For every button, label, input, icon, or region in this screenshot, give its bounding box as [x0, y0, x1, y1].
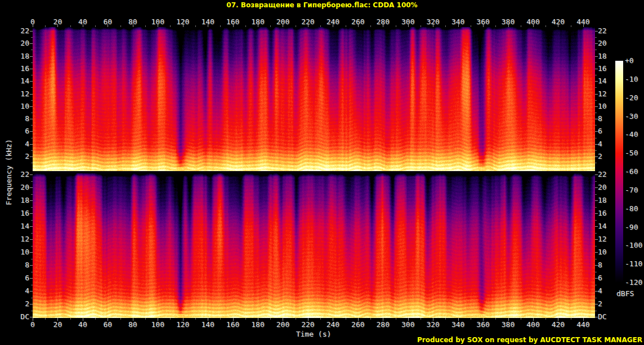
x-tick-top [233, 24, 234, 27]
freq-minortick-right [595, 100, 597, 101]
freq-tick-left [30, 119, 33, 119]
x-minortick-bottom [95, 318, 96, 320]
freq-tick-left [30, 226, 33, 227]
freq-minortick-right [595, 194, 597, 195]
x-minortick-top [445, 25, 446, 27]
freq-tick-label-left: 6 [0, 127, 29, 135]
x-tick-bottom [508, 318, 509, 321]
freq-tick-label-left: 8 [0, 261, 29, 269]
x-minortick-bottom [145, 318, 146, 320]
freq-tick-label-left: 20 [0, 39, 29, 47]
freq-tick-right [595, 106, 598, 107]
x-tick-bottom [458, 318, 459, 321]
freq-tick-label-right: 18 [598, 196, 607, 204]
x-tick-bottom [133, 318, 133, 321]
freq-tick-label-left: 16 [0, 209, 29, 217]
x-tick-label-bottom: 440 [576, 321, 589, 329]
colorbar-tick-label: -20 [625, 94, 638, 102]
freq-minortick-left [31, 298, 33, 298]
freq-tick-label-right: 4 [598, 287, 602, 295]
freq-tick-label-right: 10 [598, 102, 607, 110]
x-tick-top [533, 24, 534, 27]
x-minortick-top [521, 25, 521, 27]
x-minortick-bottom [170, 318, 171, 320]
freq-tick-label-left: 18 [0, 52, 29, 60]
x-tick-label-bottom: 140 [201, 321, 214, 329]
freq-dc-label-left: DC [0, 313, 29, 321]
x-minortick-bottom [495, 318, 496, 320]
colorbar [615, 61, 623, 283]
x-tick-top [283, 24, 283, 27]
x-minortick-bottom [296, 318, 296, 320]
freq-tick-label-right: 14 [598, 77, 607, 85]
page-title: 07. Возвращение в Гиперборею.flac: CDDA … [0, 1, 644, 9]
x-tick-bottom [57, 318, 58, 321]
freq-minortick-left [31, 259, 33, 259]
freq-tick-right [595, 43, 598, 44]
x-minortick-top [370, 25, 371, 27]
x-tick-label-bottom: 260 [351, 321, 364, 329]
freq-minortick-left [31, 62, 33, 63]
x-tick-label-bottom: 80 [128, 321, 137, 329]
freq-minortick-right [595, 62, 597, 63]
x-minortick-top [220, 25, 221, 27]
x-tick-top [583, 24, 584, 27]
x-tick-label-bottom: 400 [526, 321, 539, 329]
freq-minortick-left [31, 100, 33, 101]
freq-minortick-left [31, 113, 33, 113]
x-tick-top [483, 24, 484, 27]
freq-minortick-left [31, 138, 33, 138]
x-tick-label-bottom: 120 [176, 321, 189, 329]
colorbar-tick-label: -100 [625, 241, 642, 249]
x-tick-top [433, 24, 433, 27]
x-tick-bottom [83, 318, 83, 321]
colorbar-tick-label: -110 [625, 260, 642, 268]
colorbar-tick-label: -30 [625, 113, 638, 120]
x-tick-label-bottom: 100 [151, 321, 164, 329]
x-tick-bottom [383, 318, 383, 321]
freq-tick-label-right: 8 [598, 261, 602, 269]
x-minortick-bottom [445, 318, 446, 320]
x-tick-top [458, 24, 459, 27]
freq-minortick-right [595, 125, 597, 126]
x-minortick-top [95, 25, 96, 27]
colorbar-tick-label: -80 [625, 205, 638, 213]
freq-minortick-left [31, 150, 33, 151]
freq-minortick-left [31, 37, 33, 38]
freq-tick-right [595, 69, 598, 69]
freq-minortick-left [31, 50, 33, 50]
freq-tick-label-right: 10 [598, 248, 607, 256]
freq-minortick-right [595, 181, 597, 182]
x-tick-bottom [408, 318, 409, 321]
freq-tick-left [30, 213, 33, 214]
freq-tick-left [30, 187, 33, 188]
x-tick-label-bottom: 220 [301, 321, 314, 329]
x-minortick-bottom [220, 318, 221, 320]
freq-minortick-right [595, 150, 597, 151]
freq-minortick-left [31, 181, 33, 182]
x-minortick-bottom [120, 318, 121, 320]
x-minortick-top [245, 25, 246, 27]
x-minortick-bottom [370, 318, 371, 320]
x-tick-bottom [333, 318, 333, 321]
x-tick-label-bottom: 300 [401, 321, 414, 329]
x-minortick-bottom [471, 318, 471, 320]
freq-tick-right [595, 119, 598, 119]
freq-tick-right [595, 81, 598, 82]
freq-tick-label-right: 20 [598, 39, 607, 47]
freq-tick-left [30, 291, 33, 292]
x-tick-bottom [158, 318, 158, 321]
x-minortick-top [545, 25, 546, 27]
colorbar-tick-label: -60 [625, 168, 638, 176]
x-minortick-bottom [421, 318, 421, 320]
freq-tick-right [595, 144, 598, 145]
x-tick-label-bottom: 380 [502, 321, 515, 329]
x-tick-top [208, 24, 208, 27]
freq-tick-right [595, 213, 598, 214]
freq-tick-label-right: 6 [598, 274, 602, 282]
x-tick-top [183, 24, 184, 27]
freq-minortick-right [595, 259, 597, 259]
x-tick-top [358, 24, 359, 27]
x-minortick-top [145, 25, 146, 27]
x-minortick-top [45, 25, 46, 27]
